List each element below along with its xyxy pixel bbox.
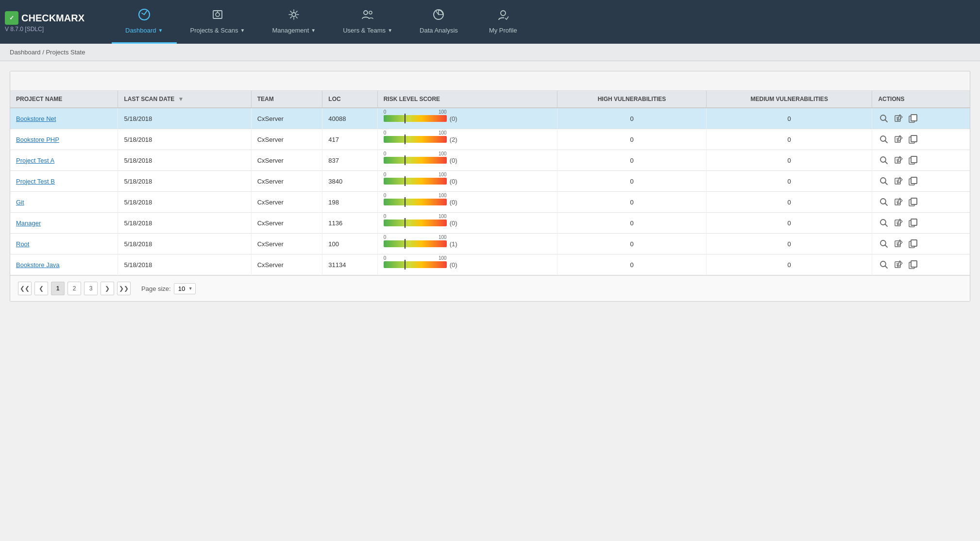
clone-project-icon[interactable] [907, 113, 919, 124]
edit-project-icon[interactable] [893, 238, 904, 250]
users-dropdown-arrow: ▼ [388, 28, 392, 33]
cell-medium-vuln: 0 [706, 171, 872, 192]
cell-project-name: Bookstore Java [10, 254, 118, 275]
cell-risk-level-score: 0100(0) [377, 171, 557, 192]
cell-loc: 198 [322, 192, 377, 213]
project-link[interactable]: Project Test A [16, 157, 54, 164]
first-page-button[interactable]: ❮❮ [18, 282, 32, 295]
scan-results-icon[interactable] [878, 134, 890, 145]
col-header-last-scan-date[interactable]: LAST SCAN DATE ▼ [118, 91, 251, 108]
page-1-button[interactable]: 1 [51, 282, 65, 295]
cell-medium-vuln: 0 [706, 129, 872, 150]
nav-item-data-analysis[interactable]: Data Analysis [406, 0, 472, 44]
edit-project-icon[interactable] [893, 175, 904, 187]
scan-results-icon[interactable] [878, 196, 890, 208]
scan-results-icon[interactable] [878, 154, 890, 166]
table-row[interactable]: Root5/18/2018CxServer1000100(1)00 [10, 234, 970, 254]
cell-actions [872, 150, 970, 171]
scan-results-icon[interactable] [878, 259, 890, 270]
risk-bar-bg [384, 220, 447, 226]
risk-bar-container: 0100(0) [384, 199, 551, 206]
risk-bar-wrap: 0100 [384, 240, 447, 247]
scan-results-icon[interactable] [878, 238, 890, 250]
edit-project-icon[interactable] [893, 134, 904, 145]
table-row[interactable]: Project Test B5/18/2018CxServer38400100(… [10, 171, 970, 192]
risk-bar-bg [384, 199, 447, 205]
risk-bar-wrap: 0100 [384, 157, 447, 164]
my-profile-icon [497, 8, 509, 24]
management-icon [287, 8, 300, 24]
risk-bar-container: 0100(1) [384, 240, 551, 248]
risk-bar-pointer [405, 197, 406, 207]
table-row[interactable]: Bookstore Java5/18/2018CxServer311340100… [10, 254, 970, 275]
col-header-actions: ACTIONS [872, 91, 970, 108]
project-link[interactable]: Bookstore PHP [16, 136, 59, 143]
col-header-high-vuln: HIGH VULNERABILITIES [558, 91, 707, 108]
last-page-button[interactable]: ❯❯ [117, 282, 131, 295]
edit-project-icon[interactable] [893, 113, 904, 124]
cell-risk-level-score: 0100(0) [377, 192, 557, 213]
project-link[interactable]: Project Test B [16, 178, 55, 185]
nav-label-dashboard: Dashboard ▼ [125, 27, 163, 34]
clone-project-icon[interactable] [907, 154, 919, 166]
nav-item-dashboard[interactable]: Dashboard ▼ [112, 0, 177, 44]
cell-actions [872, 234, 970, 254]
action-icons [878, 217, 964, 229]
nav-item-my-profile[interactable]: My Profile [472, 0, 535, 44]
cell-actions [872, 108, 970, 129]
page-2-button[interactable]: 2 [68, 282, 81, 295]
next-page-button[interactable]: ❯ [101, 282, 114, 295]
clone-project-icon[interactable] [907, 134, 919, 145]
risk-score-value: (2) [450, 136, 464, 143]
svg-rect-65 [911, 240, 917, 246]
clone-project-icon[interactable] [907, 175, 919, 187]
risk-bar-max-label: 100 [439, 193, 447, 198]
edit-project-icon[interactable] [893, 196, 904, 208]
risk-bar-min-label: 0 [384, 214, 387, 219]
risk-bar-wrap: 0100 [384, 115, 447, 122]
col-header-team: TEAM [251, 91, 322, 108]
svg-point-5 [364, 11, 368, 15]
page-size-wrapper: 10 25 50 [174, 283, 196, 294]
dashboard-icon [138, 8, 151, 24]
nav-label-projects: Projects & Scans ▼ [190, 27, 245, 34]
cell-project-name: Root [10, 234, 118, 254]
nav-item-users[interactable]: Users & Teams ▼ [329, 0, 406, 44]
prev-page-button[interactable]: ❮ [34, 282, 48, 295]
table-row[interactable]: Bookstore Net5/18/2018CxServer400880100(… [10, 108, 970, 129]
cell-risk-level-score: 0100(0) [377, 150, 557, 171]
nav-label-my-profile: My Profile [489, 27, 517, 34]
table-row[interactable]: Git5/18/2018CxServer1980100(0)00 [10, 192, 970, 213]
cell-team: CxServer [251, 213, 322, 234]
risk-bar-min-label: 0 [384, 172, 387, 177]
project-link[interactable]: Root [16, 240, 29, 248]
clone-project-icon[interactable] [907, 238, 919, 250]
scan-results-icon[interactable] [878, 175, 890, 187]
svg-line-36 [885, 183, 888, 185]
cell-team: CxServer [251, 150, 322, 171]
nav-item-management[interactable]: Management ▼ [258, 0, 329, 44]
cell-loc: 31134 [322, 254, 377, 275]
edit-project-icon[interactable] [893, 154, 904, 166]
project-link[interactable]: Bookstore Net [16, 115, 56, 122]
edit-project-icon[interactable] [893, 259, 904, 270]
risk-bar-pointer [405, 155, 406, 165]
table-row[interactable]: Project Test A5/18/2018CxServer8370100(0… [10, 150, 970, 171]
scan-results-icon[interactable] [878, 217, 890, 229]
clone-project-icon[interactable] [907, 259, 919, 270]
risk-bar-bg [384, 178, 447, 185]
page-size-select[interactable]: 10 25 50 [174, 283, 196, 294]
table-row[interactable]: Bookstore PHP5/18/2018CxServer4170100(2)… [10, 129, 970, 150]
project-link[interactable]: Manager [16, 220, 41, 227]
clone-project-icon[interactable] [907, 217, 919, 229]
nav-item-projects[interactable]: Projects & Scans ▼ [177, 0, 259, 44]
project-link[interactable]: Bookstore Java [16, 261, 60, 269]
project-link[interactable]: Git [16, 199, 24, 206]
edit-project-icon[interactable] [893, 217, 904, 229]
table-row[interactable]: Manager5/18/2018CxServer11360100(0)00 [10, 213, 970, 234]
risk-bar-min-label: 0 [384, 151, 387, 156]
scan-results-icon[interactable] [878, 113, 890, 124]
risk-bar-max-label: 100 [439, 255, 447, 261]
clone-project-icon[interactable] [907, 196, 919, 208]
page-3-button[interactable]: 3 [84, 282, 98, 295]
